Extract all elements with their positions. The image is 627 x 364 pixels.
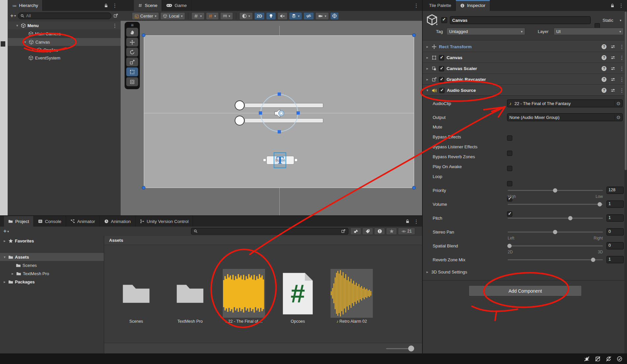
foldout-closed-icon[interactable]: ▸: [3, 280, 7, 284]
foldout-closed-icon[interactable]: ▸: [425, 55, 429, 60]
tab-scene[interactable]: Scene: [134, 0, 162, 11]
foldout-open-icon[interactable]: ▾: [15, 23, 19, 28]
asset-item-audio-22-the-final[interactable]: ♪22 - The Final of ...: [217, 256, 270, 328]
bypass-effects-checkbox[interactable]: [507, 151, 512, 156]
kebab-menu-icon[interactable]: ⋮: [414, 3, 419, 8]
volume-slider[interactable]: [508, 204, 603, 205]
canvas-corner-handle[interactable]: [412, 186, 416, 190]
lock-icon[interactable]: [610, 3, 615, 8]
asset-item-textmesh-pro[interactable]: TextMesh Pro: [164, 256, 216, 328]
inspector-scrollbar-thumb[interactable]: [625, 12, 627, 170]
asset-item-opcoes-script[interactable]: Opcoes: [271, 256, 324, 328]
snap-increment-button[interactable]: ▾: [220, 12, 233, 20]
priority-value-field[interactable]: 128: [607, 187, 624, 194]
project-tree-favorites[interactable]: ▸ Favorites: [0, 237, 104, 245]
tab-animation[interactable]: Animation: [100, 216, 136, 227]
activity-ok-icon[interactable]: [617, 356, 622, 362]
foldout-closed-icon[interactable]: ▸: [425, 45, 429, 49]
volume-value-field[interactable]: 1: [607, 200, 624, 208]
object-picker-icon[interactable]: ⊙: [614, 101, 620, 106]
tab-hierarchy[interactable]: ≔ Hierarchy: [8, 0, 43, 11]
component-canvas-scaler[interactable]: ▸ Canvas Scaler ? ⋮: [423, 63, 627, 74]
spatial-blend-slider-handle[interactable]: [507, 244, 512, 248]
presets-icon[interactable]: [610, 44, 615, 49]
stereo-pan-value-field[interactable]: 0: [607, 228, 624, 236]
rotate-tool-button[interactable]: [126, 48, 138, 56]
hierarchy-item-canvas[interactable]: ▾ Canvas: [8, 38, 121, 46]
foldout-closed-icon[interactable]: ▸: [3, 239, 7, 243]
reverb-zone-mix-slider-handle[interactable]: [591, 258, 595, 262]
hand-tool-button[interactable]: [126, 28, 138, 37]
kebab-menu-icon[interactable]: ⋮: [112, 3, 117, 8]
lock-icon[interactable]: [104, 3, 108, 8]
reverb-zone-mix-value-field[interactable]: 1: [607, 256, 624, 263]
foldout-closed-icon[interactable]: ▸: [425, 77, 429, 82]
canvas-corner-handle[interactable]: [142, 186, 145, 190]
output-object-field[interactable]: None (Audio Mixer Group) ⊙: [507, 113, 623, 121]
search-by-label-button[interactable]: [362, 228, 373, 235]
pitch-slider[interactable]: [508, 218, 603, 219]
kebab-menu-icon[interactable]: ⋮: [112, 23, 117, 28]
help-icon[interactable]: ?: [602, 88, 607, 93]
loop-checkbox[interactable]: [507, 211, 512, 217]
search-by-type-button[interactable]: [350, 228, 361, 235]
bypass-listener-effects-checkbox[interactable]: [507, 166, 512, 171]
kebab-menu-icon[interactable]: ⋮: [414, 219, 419, 224]
tab-game[interactable]: Game: [162, 0, 191, 11]
project-search-input[interactable]: [191, 228, 348, 235]
tab-project[interactable]: Project: [4, 216, 34, 227]
foldout-open-icon[interactable]: ▾: [3, 255, 7, 259]
kebab-menu-icon[interactable]: ⋮: [619, 44, 624, 49]
gizmo-handle-top[interactable]: [278, 92, 281, 96]
hierarchy-item-opcoes[interactable]: ▸ Opções: [8, 46, 121, 54]
favorites-star-button[interactable]: [386, 228, 397, 235]
hierarchy-item-menu[interactable]: ▾ Menu ⋮: [8, 21, 121, 29]
presets-icon[interactable]: [610, 66, 615, 71]
component-graphic-raycaster[interactable]: ▸ Graphic Raycaster ? ⋮: [423, 74, 627, 85]
canvas-corner-handle[interactable]: [142, 33, 145, 37]
spatial-blend-value-field[interactable]: 0: [607, 242, 624, 249]
scene-effects-button[interactable]: ▾: [289, 12, 302, 20]
volume-slider-handle[interactable]: [598, 202, 602, 206]
priority-slider-handle[interactable]: [553, 188, 557, 193]
grid-snap-button[interactable]: ▾: [206, 12, 219, 20]
rect-tool-button[interactable]: [126, 67, 138, 76]
debugger-disabled-icon[interactable]: [584, 356, 590, 362]
canvas-corner-handle[interactable]: [412, 33, 416, 37]
object-picker-icon[interactable]: ⊙: [614, 115, 620, 120]
project-create-button[interactable]: + ▾: [3, 228, 9, 235]
chevron-down-icon[interactable]: ▾: [620, 18, 621, 22]
hierarchy-item-eventsystem[interactable]: EventSystem: [8, 54, 121, 62]
gizmo-handle-right[interactable]: [296, 111, 300, 115]
audioclip-object-field[interactable]: ♪ 22 - The Final of The Fantasy ⊙: [507, 99, 623, 107]
foldout-closed-icon[interactable]: ▸: [31, 48, 35, 52]
kebab-menu-icon[interactable]: ⋮: [619, 66, 624, 71]
thumbnail-zoom-slider[interactable]: [386, 348, 412, 349]
tab-animator[interactable]: Animator: [66, 216, 100, 227]
tab-unity-version-control[interactable]: Unity Version Control: [136, 216, 193, 227]
component-audio-source[interactable]: ▾ Audio Source ? ⋮: [423, 85, 627, 96]
reverb-zone-mix-slider[interactable]: [508, 259, 603, 260]
kebab-menu-icon[interactable]: ⋮: [619, 3, 624, 8]
project-tree-packages[interactable]: ▸ Packages: [0, 278, 104, 286]
inspector-scrollbar[interactable]: [624, 11, 627, 353]
foldout-closed-icon[interactable]: ▸: [425, 66, 429, 71]
palette-grip-icon[interactable]: ≡: [125, 23, 140, 27]
cache-server-disconnected-icon[interactable]: [595, 356, 601, 362]
scene-camera-settings-button[interactable]: ▾: [315, 12, 329, 20]
gameobject-active-checkbox[interactable]: [441, 17, 447, 23]
project-tree-scenes[interactable]: Scenes: [0, 261, 104, 269]
scene-lighting-button[interactable]: [266, 12, 276, 20]
open-new-window-icon[interactable]: [113, 13, 118, 18]
component-enabled-checkbox[interactable]: [439, 66, 444, 71]
scale-tool-button[interactable]: [126, 57, 138, 66]
tab-console[interactable]: Console: [34, 216, 66, 227]
search-importlog-button[interactable]: [374, 228, 385, 235]
project-tree-textmesh-pro[interactable]: ▸ TextMesh Pro: [0, 270, 104, 277]
layer-dropdown[interactable]: UI ▾: [554, 28, 624, 35]
scene-audio-button[interactable]: [277, 12, 288, 20]
asset-item-scenes[interactable]: Scenes: [110, 256, 163, 328]
foldout-closed-icon[interactable]: ▸: [11, 272, 15, 276]
kebab-menu-icon[interactable]: ⋮: [619, 88, 624, 93]
component-enabled-checkbox[interactable]: [439, 77, 444, 82]
